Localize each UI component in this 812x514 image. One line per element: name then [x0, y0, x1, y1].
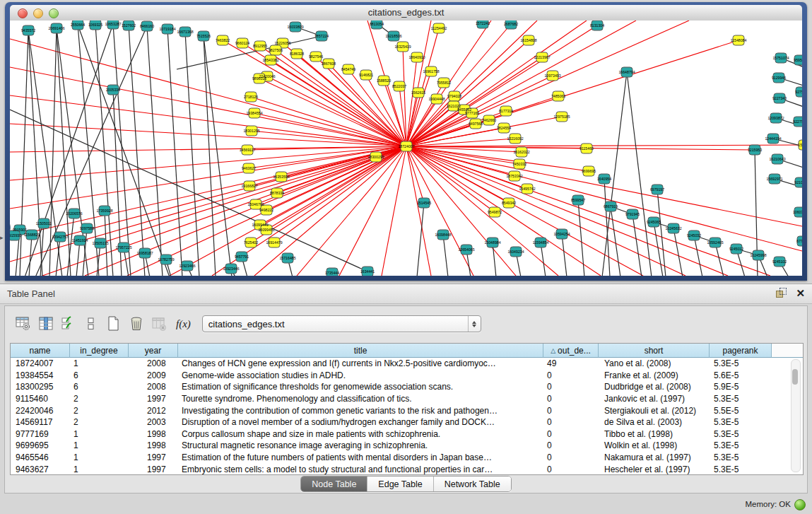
table-cell: 9777169 — [11, 429, 70, 439]
table-cell: 1 — [70, 440, 129, 450]
graph-edge — [417, 203, 424, 276]
table-row[interactable]: 1872400712008Changes of HCN gene express… — [11, 358, 803, 370]
graph-node-label: 1562615 — [411, 90, 425, 95]
graph-node-label: 16671368 — [177, 30, 193, 34]
graph-node-label: 9660124 — [235, 41, 249, 45]
table-cell: 2008 — [129, 358, 178, 368]
column-header-year[interactable]: year — [129, 344, 178, 358]
tab-node-table[interactable]: Node Table — [301, 477, 367, 491]
graph-node-label: 1069325 — [88, 23, 102, 27]
table-row[interactable]: 1938455462009Genome-wide association stu… — [11, 370, 803, 382]
table-cell: 1 — [70, 452, 129, 462]
table-scrollbar[interactable] — [791, 359, 801, 472]
close-panel-icon[interactable]: ✕ — [796, 288, 805, 298]
memory-ok-indicator[interactable] — [794, 499, 806, 510]
network-svg: 9435572206914062550664106932510653287152… — [10, 21, 802, 276]
tab-edge-table[interactable]: Edge Table — [367, 477, 433, 491]
column-header-label: name — [29, 346, 50, 356]
graph-edge — [266, 146, 406, 230]
expand-panel-arrow-icon[interactable]: ▸ — [0, 234, 4, 241]
graph-node-label: 12213967 — [534, 55, 550, 59]
function-builder-icon[interactable]: f(x) — [176, 318, 191, 330]
table-cell: 0 — [543, 440, 599, 450]
graph-node-label: 6979197 — [650, 187, 664, 192]
graph-node-label: 927504 — [795, 90, 802, 94]
table-cell: 5.3E-5 — [710, 394, 772, 404]
graph-node-label: 1527602 — [122, 23, 136, 28]
table-cell: 5.3E-5 — [710, 358, 772, 368]
table-row[interactable]: 946362711997Embryonic stem cells: a mode… — [11, 463, 803, 475]
table-cell: 14569117 — [11, 417, 70, 427]
dropdown-stepper-icon[interactable] — [468, 316, 481, 332]
window-title: citations_edges.txt — [10, 7, 802, 18]
graph-edge — [406, 146, 802, 251]
graph-node-label: 20691406 — [48, 26, 64, 30]
select-all-icon[interactable] — [59, 313, 78, 334]
graph-node-label: 12654065 — [458, 247, 474, 252]
scrollbar-thumb[interactable] — [792, 369, 798, 385]
graph-node-label: 9915901 — [13, 228, 27, 232]
graph-node-label: 16914479 — [266, 240, 282, 245]
graph-node-label: 18300295 — [367, 155, 384, 159]
delete-table-icon[interactable] — [149, 313, 169, 334]
graph-node-label: 9827506 — [269, 48, 283, 52]
float-panel-icon[interactable] — [776, 288, 787, 298]
graph-edge — [100, 146, 406, 243]
graph-node-label: 11505011 — [36, 221, 52, 226]
graph-node-label: 11568829 — [24, 233, 40, 237]
show-column-icon[interactable] — [36, 313, 56, 334]
graph-node-label: 9115460 — [579, 146, 594, 151]
graph-node-label: 1572241 — [476, 21, 490, 25]
column-header-pagerank[interactable]: pagerank — [710, 344, 772, 358]
column-header-in_degree[interactable]: in_degree — [70, 344, 129, 358]
graph-node-label: 677204 — [796, 239, 802, 243]
network-canvas[interactable]: 9435572206914062550664106932510653287152… — [10, 21, 802, 276]
table-cell: 1998 — [129, 440, 178, 450]
column-header-short[interactable]: short — [599, 344, 710, 358]
graph-node-label: 15048984 — [484, 240, 500, 245]
graph-node-label: 9791945 — [625, 212, 640, 216]
graph-edge — [443, 235, 448, 276]
graph-node-label: 9463627 — [242, 166, 256, 170]
graph-edge — [632, 214, 642, 276]
column-header-out_de[interactable]: △out_de... — [543, 344, 599, 358]
table-row[interactable]: 1830029562008Estimation of significance … — [11, 381, 803, 393]
graph-edge — [694, 235, 702, 276]
table-row[interactable]: 2242004622012Investigating the contribut… — [11, 404, 803, 416]
table-cell: Changes of HCN gene expression and I(f) … — [178, 358, 543, 368]
graph-node-label: 16154808 — [520, 38, 536, 42]
table-cell: Dudbridge et al. (2008) — [599, 382, 710, 392]
delete-trash-icon[interactable] — [126, 313, 146, 334]
table-cell: 5.5E-5 — [710, 406, 772, 416]
table-row[interactable]: 946554611997Estimation of the future num… — [11, 452, 803, 464]
table-cell: 1998 — [129, 429, 178, 439]
graph-node-label: 14569117 — [240, 148, 256, 152]
tab-network-table[interactable]: Network Table — [434, 477, 511, 491]
graph-node-label: 8599547 — [571, 198, 585, 202]
graph-edge — [406, 76, 553, 146]
table-cell: Genome-wide association studies in ADHD. — [178, 370, 543, 380]
column-header-title[interactable]: title — [178, 344, 543, 358]
graph-node-label: 8878334 — [270, 191, 284, 195]
graph-node-label: 19166827 — [241, 184, 257, 188]
table-row[interactable]: 1456911722003Disruption of a novel membe… — [11, 416, 803, 428]
graph-node-label: 9549872 — [488, 210, 502, 214]
table-row[interactable]: 911546021997Tourette syndrome. Phenomeno… — [11, 393, 803, 405]
new-table-icon[interactable] — [104, 313, 124, 334]
table-cell: 0 — [543, 429, 599, 439]
graph-node-label: 7625402 — [244, 240, 258, 245]
table-selector-dropdown[interactable]: citations_edges.txt — [202, 315, 481, 332]
row-height-icon[interactable] — [81, 313, 101, 334]
table-row[interactable]: 969969511998Structural magnetic resonanc… — [11, 440, 803, 452]
table-cell: 5.3E-5 — [710, 452, 772, 462]
column-header-name[interactable]: name — [11, 344, 70, 358]
table-cell: 0 — [543, 394, 599, 404]
graph-node-label: 1588520 — [377, 78, 391, 83]
graph-node-label: 16958187 — [136, 251, 153, 255]
table-cell: Embryonic stem cells: a model to study s… — [178, 465, 543, 474]
graph-node-label: 913493 — [10, 226, 11, 230]
table-settings-icon[interactable] — [13, 313, 33, 334]
table-row[interactable]: 977716911998Corpus callosum shape and si… — [11, 428, 803, 440]
graph-node-label: 13505135 — [92, 241, 108, 245]
memory-status-label: Memory: OK — [745, 500, 791, 508]
